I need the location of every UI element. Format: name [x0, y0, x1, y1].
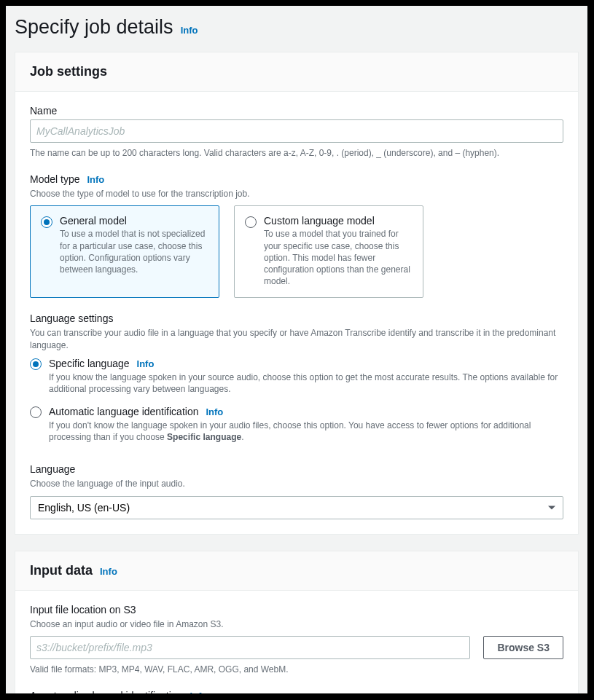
- language-field: Language Choose the language of the inpu…: [30, 463, 563, 519]
- name-input[interactable]: [30, 119, 563, 143]
- model-general-desc: To use a model that is not specialized f…: [60, 228, 208, 275]
- file-location-label: Input file location on S3: [30, 604, 563, 616]
- specific-language-radio[interactable]: Specific language Info If you know the l…: [30, 357, 563, 401]
- name-field: Name The name can be up to 200 character…: [30, 105, 563, 159]
- page-header: Specify job details Info: [6, 6, 587, 52]
- auto-language-radio[interactable]: Automatic language identification Info I…: [30, 405, 563, 449]
- model-type-info-link[interactable]: Info: [87, 174, 104, 185]
- agent-channel-label: Agent audio channel identification: [30, 690, 182, 693]
- chevron-down-icon: [548, 506, 555, 509]
- specific-lang-title: Specific language: [49, 358, 130, 369]
- input-data-info-link[interactable]: Info: [100, 566, 117, 577]
- model-custom-desc: To use a model that you trained for your…: [264, 228, 413, 287]
- model-type-field: Model type Info Choose the type of model…: [30, 173, 563, 298]
- job-settings-panel: Job settings Name The name can be up to …: [15, 52, 579, 535]
- model-type-label: Model type: [30, 173, 79, 185]
- job-settings-title: Job settings: [30, 64, 107, 79]
- model-type-desc: Choose the type of model to use for the …: [30, 188, 563, 200]
- model-custom-title: Custom language model: [264, 215, 413, 227]
- input-data-panel: Input data Info Input file location on S…: [15, 551, 579, 693]
- job-settings-header: Job settings: [15, 52, 578, 92]
- name-label: Name: [30, 105, 563, 117]
- page-title: Specify job details: [15, 16, 173, 39]
- language-settings-desc: You can transcribe your audio file in a …: [30, 327, 563, 350]
- agent-channel-info-link[interactable]: Info: [189, 691, 207, 693]
- specific-lang-desc: If you know the language spoken in your …: [49, 371, 563, 395]
- language-settings-field: Language settings You can transcribe you…: [30, 312, 563, 449]
- file-location-desc: Choose an input audio or video file in A…: [30, 618, 563, 630]
- input-data-title: Input data: [30, 563, 93, 578]
- agent-channel-field: Agent audio channel identification Info …: [30, 690, 563, 693]
- language-settings-label: Language settings: [30, 312, 563, 324]
- radio-icon: [30, 406, 42, 418]
- specific-lang-info-link[interactable]: Info: [137, 358, 155, 369]
- language-label: Language: [30, 463, 563, 475]
- file-location-input[interactable]: [30, 636, 470, 659]
- radio-icon: [41, 216, 52, 228]
- file-location-field: Input file location on S3 Choose an inpu…: [30, 604, 563, 675]
- name-hint: The name can be up to 200 characters lon…: [30, 147, 563, 159]
- language-desc: Choose the language of the input audio.: [30, 478, 563, 489]
- page-info-link[interactable]: Info: [181, 25, 198, 36]
- model-general-title: General model: [60, 215, 208, 227]
- language-value: English, US (en-US): [38, 502, 130, 514]
- auto-lang-info-link[interactable]: Info: [206, 406, 223, 417]
- browse-s3-button[interactable]: Browse S3: [483, 636, 563, 659]
- file-location-hint: Valid file formats: MP3, MP4, WAV, FLAC,…: [30, 664, 563, 675]
- language-select[interactable]: English, US (en-US): [30, 496, 563, 519]
- model-general-tile[interactable]: General model To use a model that is not…: [30, 205, 219, 298]
- auto-lang-title: Automatic language identification: [49, 406, 198, 417]
- radio-icon: [30, 358, 42, 370]
- model-custom-tile[interactable]: Custom language model To use a model tha…: [234, 205, 423, 298]
- radio-icon: [245, 216, 257, 228]
- auto-lang-desc: If you don't know the language spoken in…: [49, 420, 563, 443]
- input-data-header: Input data Info: [15, 551, 578, 591]
